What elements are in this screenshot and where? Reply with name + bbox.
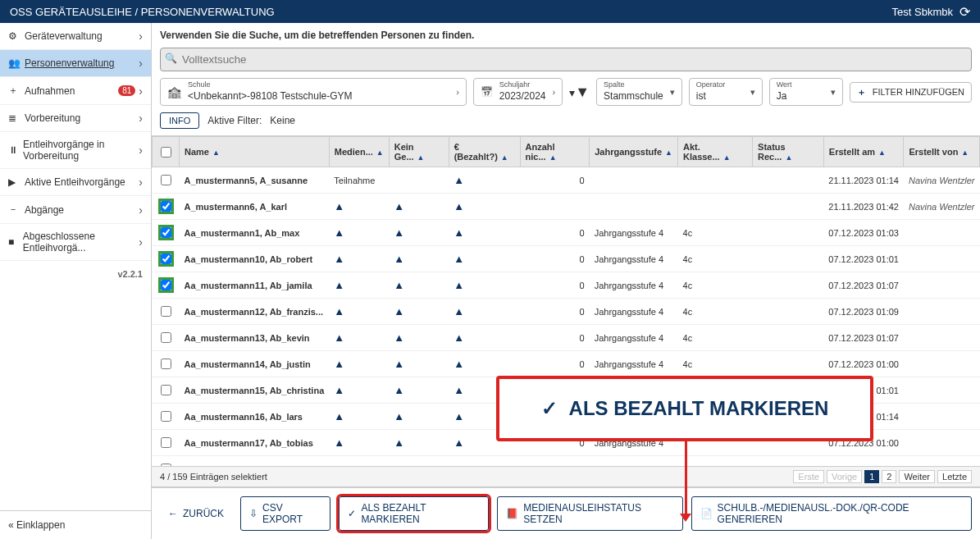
table-row[interactable]: Aa_mustermann18, Ab_sylvia▲▲▲07.12.2023 …	[153, 456, 980, 467]
warning-icon: ▲	[334, 410, 344, 423]
table-cell: ▲	[449, 272, 520, 299]
table-cell: A_mustermann5, A_susanne	[180, 167, 330, 194]
warning-icon: ▲	[334, 358, 344, 370]
pager-page-2[interactable]: 2	[882, 470, 896, 483]
table-row[interactable]: Aa_mustermann1, Ab_max▲▲▲0Jahrgangsstufe…	[153, 220, 980, 246]
table-cell: Teilnahme	[329, 167, 389, 194]
table-cell: ▲	[449, 220, 520, 246]
filter-schoolyear[interactable]: Schuljahr 2023/2024 ›	[473, 78, 563, 106]
filter-school[interactable]: Schule <Unbekannt>-98108 Testschule-GYM …	[160, 78, 467, 106]
row-checkbox[interactable]	[161, 280, 171, 290]
pager-last[interactable]: Letzte	[937, 470, 972, 483]
badge-aufnahmen: 81	[118, 85, 135, 96]
row-checkbox[interactable]	[161, 306, 171, 317]
table-cell: ▲	[449, 246, 520, 272]
row-checkbox[interactable]	[161, 254, 171, 264]
table-row[interactable]: Aa_mustermann12, Ab_franzis...▲▲▲0Jahrga…	[153, 299, 980, 325]
column-header[interactable]: Erstellt von▲	[904, 137, 980, 167]
sidebar-item-entleih-vorbereitung[interactable]: ⏸Entleihvorgänge in Vorbereitung	[0, 132, 151, 169]
column-header[interactable]: Akt. Klasse...▲	[678, 137, 753, 167]
column-header[interactable]: Erstellt am▲	[823, 137, 904, 167]
warning-icon: ▲	[334, 331, 344, 344]
filter-operator[interactable]: Operator ist ▾	[689, 78, 763, 106]
table-cell	[590, 167, 678, 194]
pager-prev[interactable]: Vorige	[827, 470, 862, 483]
table-row[interactable]: A_mustermann5, A_susanneTeilnahme▲021.11…	[153, 167, 980, 194]
info-button[interactable]: INFO	[160, 112, 199, 129]
column-header[interactable]: Name▲	[180, 137, 330, 167]
sidebar-item-personenverwaltung[interactable]: 👥Personenverwaltung	[0, 50, 151, 77]
chevron-down-icon: ▾	[750, 87, 755, 98]
pager: Erste Vorige 1 2 Weiter Letzte	[793, 470, 972, 483]
table-row[interactable]: A_mustermann6, A_karl▲▲▲21.11.2023 01:42…	[153, 194, 980, 220]
table-row[interactable]: Aa_mustermann11, Ab_jamila▲▲▲0Jahrgangss…	[153, 272, 980, 299]
table-cell: 4c	[678, 325, 753, 351]
row-checkbox[interactable]	[161, 359, 171, 369]
csv-export-button[interactable]: ⇩ CSV EXPORT	[240, 496, 330, 531]
table-cell	[678, 194, 753, 220]
chevron-right-icon	[139, 144, 143, 157]
user-label[interactable]: Test Sbkmbk	[892, 6, 953, 18]
collapse-button[interactable]: « Einklappen	[0, 510, 151, 539]
row-checkbox[interactable]	[161, 332, 171, 343]
table-cell: Aa_mustermann15, Ab_christina	[180, 377, 330, 404]
column-header[interactable]: Medien...▲	[329, 137, 389, 167]
row-checkbox[interactable]	[161, 385, 171, 395]
refresh-icon[interactable]	[959, 4, 970, 20]
sidebar-item-vorbereitung[interactable]: ≣Vorbereitung	[0, 105, 151, 132]
row-checkbox[interactable]	[161, 175, 171, 185]
person-add-icon: ＋	[8, 84, 20, 98]
warning-icon: ▲	[454, 226, 464, 239]
table-cell: ▲	[389, 430, 449, 456]
pager-page-1[interactable]: 1	[864, 470, 879, 483]
back-button[interactable]: ← ZURÜCK	[160, 503, 232, 524]
generate-docs-button[interactable]: 📄 SCHULB.-/MEDIENAUSL.-DOK./QR-CODE GENE…	[691, 496, 972, 531]
table-cell: ▲	[329, 325, 389, 351]
pager-first[interactable]: Erste	[793, 470, 824, 483]
row-checkbox[interactable]	[161, 201, 171, 212]
add-filter-button[interactable]: ＋ FILTER HINZUFÜGEN	[850, 82, 972, 103]
warning-icon: ▲	[394, 226, 404, 239]
table-row[interactable]: Aa_mustermann14, Ab_justin▲▲▲0Jahrgangss…	[153, 351, 980, 377]
search-input[interactable]	[160, 48, 972, 71]
select-all-checkbox[interactable]	[161, 147, 171, 158]
table-row[interactable]: Aa_mustermann13, Ab_kevin▲▲▲0Jahrgangsst…	[153, 325, 980, 351]
table-cell	[590, 456, 678, 467]
sidebar-item-aktive-entleih[interactable]: ▶Aktive Entleihvorgänge	[0, 169, 151, 196]
table-cell: Aa_mustermann12, Ab_franzis...	[180, 299, 330, 325]
book-icon: 📕	[506, 508, 518, 519]
filter-column[interactable]: Spalte Stammschule ▾	[596, 78, 682, 106]
table-row[interactable]: Aa_mustermann10, Ab_robert▲▲▲0Jahrgangss…	[153, 246, 980, 272]
sidebar-item-geraeteverwaltung[interactable]: ⚙Geräteverwaltung	[0, 23, 151, 50]
table-cell: 4c	[678, 351, 753, 377]
row-checkbox[interactable]	[161, 227, 171, 238]
column-header[interactable]: Kein Ge...▲	[389, 137, 449, 167]
row-checkbox[interactable]	[161, 411, 171, 422]
column-header[interactable]	[153, 137, 180, 167]
warning-icon: ▲	[334, 200, 344, 212]
column-header[interactable]: Jahrgangsstufe▲	[590, 137, 678, 167]
column-header[interactable]: € (Bezahlt?)▲	[449, 137, 520, 167]
table-cell: 07.12.2023 01:16	[823, 456, 904, 467]
sidebar-item-abgaenge[interactable]: －Abgänge	[0, 196, 151, 224]
sidebar-item-abgeschlossen[interactable]: ■Abgeschlossene Entleihvorgä...	[0, 224, 151, 261]
table-cell: ▲	[329, 299, 389, 325]
sidebar-item-aufnahmen[interactable]: ＋Aufnahmen 81	[0, 77, 151, 105]
mark-paid-button[interactable]: ✓ ALS BEZAHLT MARKIEREN	[339, 496, 489, 531]
table-cell	[389, 167, 449, 194]
row-checkbox[interactable]	[161, 437, 171, 448]
table-cell	[904, 299, 980, 325]
column-header[interactable]: Status Rec...▲	[753, 137, 824, 167]
medienstatus-button[interactable]: 📕 MEDIENAUSLEIHSTATUS SETZEN	[497, 496, 682, 531]
funnel-icon: ▼	[569, 84, 590, 101]
table-cell: 0	[520, 246, 590, 272]
column-header[interactable]: Anzahl nic...▲	[520, 137, 590, 167]
table-cell: Aa_mustermann14, Ab_justin	[180, 351, 330, 377]
download-icon: ⇩	[249, 508, 258, 519]
pager-next[interactable]: Weiter	[899, 470, 935, 483]
table-cell: 4c	[678, 299, 753, 325]
active-filter-value: Keine	[270, 115, 295, 126]
table-cell: ▲	[389, 404, 449, 430]
selection-count: 4 / 159 Einträgen selektiert	[160, 472, 267, 482]
filter-wert[interactable]: Wert Ja ▾	[769, 78, 843, 106]
